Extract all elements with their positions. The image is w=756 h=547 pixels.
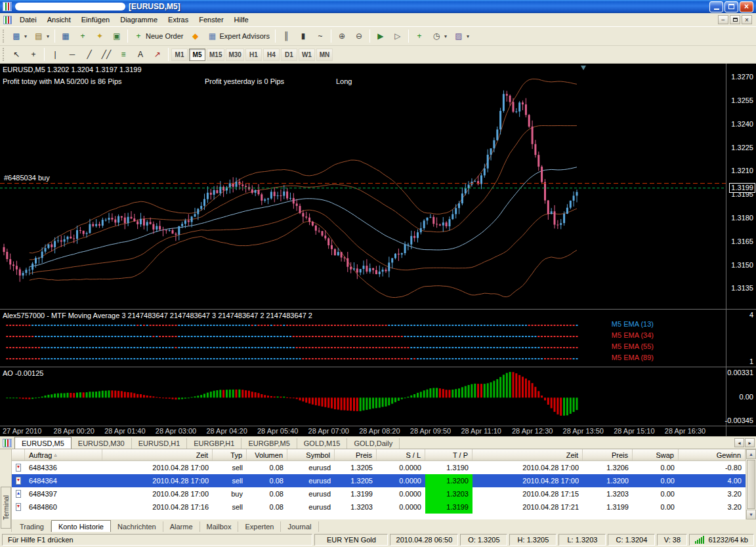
- minimize-button[interactable]: [709, 1, 723, 12]
- timeframe-d1[interactable]: D1: [281, 49, 297, 61]
- timeframe-mn[interactable]: MN: [316, 49, 333, 61]
- zoom-in-button[interactable]: ⊕: [333, 29, 350, 44]
- ao-indicator-canvas[interactable]: [0, 367, 726, 426]
- terminal-toggle-button[interactable]: ▣: [108, 29, 125, 44]
- toolbar-gripper[interactable]: [3, 48, 5, 61]
- column-header-tp[interactable]: T / P: [425, 449, 472, 460]
- column-header-price[interactable]: Preis: [335, 449, 377, 460]
- chart-tab-eurgbp-m5[interactable]: EURGBP,M5: [242, 438, 297, 449]
- terminal-tab-nachrichten[interactable]: Nachrichten: [111, 521, 163, 532]
- menu-extras[interactable]: Extras: [163, 14, 194, 26]
- time-axis[interactable]: 27 Apr 201028 Apr 00:2028 Apr 01:4028 Ap…: [0, 426, 726, 436]
- chart-candles-button[interactable]: ▮: [295, 29, 312, 44]
- timeframe-m1[interactable]: M1: [171, 49, 188, 61]
- fibonacci-button[interactable]: ≡: [115, 47, 132, 62]
- chart-line-button[interactable]: ~: [312, 29, 329, 44]
- column-header-price2[interactable]: Preis: [583, 449, 633, 460]
- tab-scroll-right-button[interactable]: ▸: [745, 438, 755, 447]
- auto-scroll-button[interactable]: ▶: [372, 29, 389, 44]
- mdi-close-button[interactable]: ×: [742, 15, 752, 24]
- tab-scroll-left-button[interactable]: ◂: [734, 438, 744, 447]
- templates-button[interactable]: ▨▾: [450, 29, 472, 44]
- time-tick[interactable]: 28 Apr 04:20: [206, 427, 247, 435]
- column-header-profit[interactable]: Gewinn: [679, 449, 746, 460]
- timeframe-m15[interactable]: M15: [207, 49, 224, 61]
- expert-advisors-button[interactable]: ▦Expert Advisors: [204, 29, 273, 44]
- chart-tab-gold-m15[interactable]: GOLD,M15: [297, 438, 348, 449]
- cursor-button[interactable]: ↖: [8, 47, 25, 62]
- scroll-up-button[interactable]: ▲: [746, 449, 756, 459]
- scroll-down-button[interactable]: ▼: [746, 510, 756, 519]
- arrow-objects-button[interactable]: ↗: [149, 47, 166, 62]
- trendline-button[interactable]: ╱: [81, 47, 98, 62]
- text-button[interactable]: A: [132, 47, 149, 62]
- price-scale[interactable]: 1.32701.32551.32401.32251.32101.31951.31…: [726, 64, 756, 309]
- terminal-tab-journal[interactable]: Journal: [281, 521, 318, 532]
- time-tick[interactable]: 28 Apr 11:10: [461, 427, 501, 435]
- terminal-tab-experten[interactable]: Experten: [238, 521, 281, 532]
- navigator-button[interactable]: ✦: [91, 29, 108, 44]
- toolbar-gripper[interactable]: [3, 30, 5, 43]
- mdi-restore-button[interactable]: [730, 15, 740, 24]
- crosshair-button[interactable]: +: [25, 47, 42, 62]
- chart-tab-gold-daily[interactable]: GOLD,Daily: [347, 438, 400, 449]
- terminal-tab-mailbox[interactable]: Mailbox: [200, 521, 239, 532]
- time-tick[interactable]: 28 Apr 16:30: [665, 427, 705, 435]
- time-tick[interactable]: 28 Apr 01:40: [104, 427, 145, 435]
- price-chart-pane[interactable]: EURUSD,M5 1.3202 1.3204 1.3197 1.3199 Pr…: [0, 64, 726, 309]
- mtf-ema-indicator-pane[interactable]: Alex5757000 - MTF Moving Average 3 21474…: [0, 309, 726, 367]
- chart-tab-eurusd-h1[interactable]: EURUSD,H1: [132, 438, 188, 449]
- chart-tab-eurusd-m30[interactable]: EURUSD,M30: [72, 438, 132, 449]
- timeframe-w1[interactable]: W1: [299, 49, 315, 61]
- terminal-side-tab[interactable]: Terminal: [1, 487, 11, 529]
- data-window-button[interactable]: +: [74, 29, 91, 44]
- menu-datei[interactable]: Datei: [14, 14, 42, 26]
- terminal-tab-trading[interactable]: Trading: [13, 521, 51, 532]
- price-chart-canvas[interactable]: [0, 64, 726, 309]
- column-header-time[interactable]: Zeit: [102, 449, 213, 460]
- metaeditor-button[interactable]: ◆: [187, 29, 204, 44]
- chart-shift-button[interactable]: ▷: [389, 29, 406, 44]
- market-watch-button[interactable]: ▦: [57, 29, 74, 44]
- channel-button[interactable]: ╱╱: [98, 47, 115, 62]
- timeframe-h1[interactable]: H1: [245, 49, 262, 61]
- chart-bars-button[interactable]: ║: [278, 29, 295, 44]
- time-tick[interactable]: 28 Apr 12:30: [512, 427, 553, 435]
- terminal-tab-alarme[interactable]: Alarme: [163, 521, 200, 532]
- time-tick[interactable]: 28 Apr 15:10: [614, 427, 654, 435]
- chart-tab-eurusd-m5[interactable]: EURUSD,M5: [14, 437, 72, 449]
- column-header-icon[interactable]: [12, 449, 25, 460]
- terminal-tab-konto-historie[interactable]: Konto Historie: [51, 520, 111, 532]
- time-tick[interactable]: 28 Apr 09:50: [410, 427, 451, 435]
- restore-button[interactable]: [724, 1, 738, 12]
- column-header-swap[interactable]: Swap: [633, 449, 679, 460]
- time-tick[interactable]: 28 Apr 13:50: [563, 427, 604, 435]
- horizontal-line-button[interactable]: ─: [64, 47, 81, 62]
- column-header-sl[interactable]: S / L: [377, 449, 425, 460]
- vertical-scrollbar[interactable]: ▲ ▼: [746, 449, 756, 519]
- column-header-type[interactable]: Typ: [213, 449, 247, 460]
- time-tick[interactable]: 28 Apr 08:20: [359, 427, 400, 435]
- chart-tab-eurgbp-h1[interactable]: EURGBP,H1: [187, 438, 242, 449]
- profiles-button[interactable]: ▤▾: [30, 29, 52, 44]
- menu-ansicht[interactable]: Ansicht: [42, 14, 76, 26]
- menu-diagramme[interactable]: Diagramme: [115, 14, 163, 26]
- time-tick[interactable]: 28 Apr 05:40: [257, 427, 298, 435]
- indicators-button[interactable]: +: [411, 29, 428, 44]
- periods-button[interactable]: ◷▾: [428, 29, 450, 44]
- neue-order-button[interactable]: +Neue Order: [130, 29, 186, 44]
- scrollbar-thumb[interactable]: [747, 460, 755, 509]
- time-tick[interactable]: 28 Apr 07:00: [308, 427, 349, 435]
- awesome-oscillator-pane[interactable]: AO -0.00125: [0, 367, 726, 426]
- history-row-6484397[interactable]: 64843972010.04.28 17:00buy0.08eurusd1.31…: [12, 487, 746, 500]
- menu-einf-gen[interactable]: Einfügen: [76, 14, 115, 26]
- zoom-out-button[interactable]: ⊖: [350, 29, 368, 44]
- time-tick[interactable]: 28 Apr 00:20: [54, 427, 94, 435]
- menu-hilfe[interactable]: Hilfe: [229, 14, 254, 26]
- time-tick[interactable]: 27 Apr 2010: [3, 427, 41, 435]
- history-row-6484860[interactable]: 64848602010.04.28 17:16sell0.08eurusd1.3…: [12, 500, 746, 514]
- new-chart-button[interactable]: ▩▾: [8, 29, 30, 44]
- timeframe-m5[interactable]: M5: [189, 49, 205, 61]
- history-row-6484336[interactable]: 64843362010.04.28 17:00sell0.08eurusd1.3…: [12, 461, 746, 474]
- timeframe-m30[interactable]: M30: [226, 49, 243, 61]
